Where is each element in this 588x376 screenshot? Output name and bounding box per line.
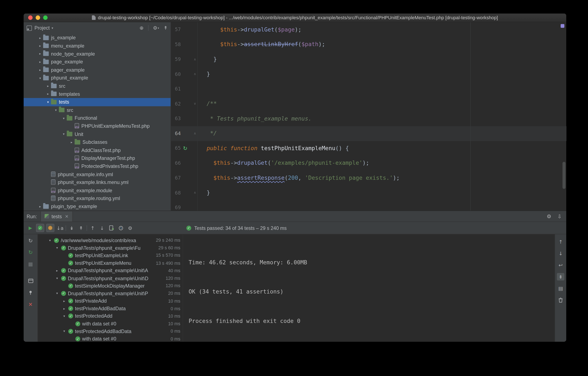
title-bar[interactable]: drupal-testing-workshop [~/Code/os/drupa… xyxy=(24,13,566,22)
project-tree-item[interactable]: ▸Subclasses xyxy=(24,138,171,146)
fold-marker[interactable]: ∧ xyxy=(194,191,196,195)
editor-line[interactable]: 68∧ } xyxy=(171,185,566,200)
scroll-to-end-icon[interactable]: ⇟ xyxy=(557,273,565,281)
chevron-right-icon[interactable]: ▸ xyxy=(38,52,43,56)
chevron-down-icon[interactable]: ▾ xyxy=(49,239,54,242)
chevron-down-icon[interactable]: ▾ xyxy=(56,246,61,250)
inspections-indicator[interactable] xyxy=(561,24,564,28)
restore-layout-icon[interactable] xyxy=(27,277,34,284)
fold-marker[interactable]: ∧ xyxy=(194,132,196,135)
next-failed-test-icon[interactable]: ↓ xyxy=(98,224,106,232)
test-tree-row[interactable]: ✓testPhpUnitExampleLink15 s 570 ms xyxy=(38,252,182,259)
editor-line[interactable]: 67 $this->assertResponse(200, 'Descripti… xyxy=(171,170,566,185)
project-tree-item[interactable]: ▸page_example xyxy=(24,58,171,66)
show-passed-toggle[interactable]: ✓ xyxy=(36,224,44,232)
chevron-right-icon[interactable]: ▸ xyxy=(56,269,61,273)
chevron-right-icon[interactable]: ▸ xyxy=(38,44,43,48)
import-test-results-icon[interactable] xyxy=(108,224,115,232)
pin-icon[interactable] xyxy=(27,289,34,296)
test-tree-row[interactable]: ✓with data set #010 ms xyxy=(38,320,182,328)
test-tree-row[interactable]: ▾✓Drupal\Tests\phpunit_example\Unit\P20 … xyxy=(38,289,182,297)
rerun-tests-button[interactable]: ▶ xyxy=(27,224,34,232)
editor-line[interactable]: 62∨ /** xyxy=(171,96,566,111)
project-tree-item[interactable]: ▾tests xyxy=(24,98,171,106)
locate-file-icon[interactable]: ⊕ xyxy=(140,25,144,31)
project-tree-item[interactable]: ▾src xyxy=(24,106,171,114)
settings-gear-icon[interactable]: ⚙ xyxy=(546,213,551,219)
expand-all-icon[interactable]: ↡ xyxy=(68,224,75,232)
editor-line[interactable]: 60∧ } xyxy=(171,66,566,81)
chevron-right-icon[interactable]: ▸ xyxy=(38,36,43,40)
test-tree-row[interactable]: ▸✓Drupal\Tests\phpunit_example\Unit\A40 … xyxy=(38,267,182,275)
editor-line[interactable]: 59∧ } xyxy=(171,52,566,66)
run-test-gutter-icon[interactable]: ↻ xyxy=(183,145,187,151)
project-tree-item[interactable]: ▸plugin_type_example xyxy=(24,202,171,210)
project-tree-item[interactable]: ▾phpunit_example xyxy=(24,74,171,82)
project-tree-item[interactable]: ▸menu_example xyxy=(24,42,171,50)
minimize-window-button[interactable] xyxy=(36,15,40,20)
collapse-all-icon[interactable]: ↟ xyxy=(163,25,168,31)
editor[interactable]: 57 $this->drupalGet($page);58 $this->ass… xyxy=(171,22,566,211)
project-tree-item[interactable]: ▸js_example xyxy=(24,34,171,42)
chevron-down-icon[interactable]: ▾ xyxy=(53,108,59,112)
chevron-right-icon[interactable]: ▸ xyxy=(38,204,43,208)
chevron-right-icon[interactable]: ▸ xyxy=(38,68,43,72)
clear-console-icon[interactable] xyxy=(557,296,565,304)
collapse-all-icon[interactable]: ↟ xyxy=(77,224,85,232)
project-tree-item[interactable]: phpunit_example.routing.yml xyxy=(24,194,171,202)
editor-line[interactable]: 66 $this->drupalGet('/examples/phpunit-e… xyxy=(171,156,566,170)
editor-scrollbar-thumb[interactable] xyxy=(562,162,565,189)
project-tree-item[interactable]: ▸pager_example xyxy=(24,66,171,74)
test-tree-row[interactable]: ▾✓Drupal\Tests\phpunit_example\Fu29 s 60… xyxy=(38,244,182,252)
test-tree-row[interactable]: ▾✓testProtectedAdd10 ms xyxy=(38,312,182,320)
editor-line[interactable]: 63 * Tests phpunit_example menus. xyxy=(171,111,566,126)
test-history-icon[interactable] xyxy=(117,224,125,232)
project-tree-item[interactable]: phpAddClassTest.php xyxy=(24,146,171,154)
settings-gear-icon[interactable]: ⚙▾ xyxy=(153,25,159,31)
chevron-down-icon[interactable]: ▾ xyxy=(61,116,66,120)
project-tree-item[interactable]: phpphpunit_example.module xyxy=(24,186,171,194)
fold-marker[interactable]: ∧ xyxy=(194,57,196,61)
soft-wrap-icon[interactable]: ↩ xyxy=(557,261,565,269)
chevron-down-icon[interactable]: ▾ xyxy=(63,314,68,318)
test-tree-row[interactable]: ✓testSimpleMockDisplayManager120 ms xyxy=(38,282,182,290)
close-tab-icon[interactable]: × xyxy=(65,214,69,219)
editor-line[interactable]: 65↻ public function testPhpUnitExampleMe… xyxy=(171,141,566,156)
chevron-down-icon[interactable]: ▾ xyxy=(38,76,43,80)
project-tree-item[interactable]: ▸node_type_example xyxy=(24,50,171,58)
editor-line[interactable]: 58 $this->assertLinkByHref($path); xyxy=(171,37,566,52)
hide-panel-icon[interactable]: ⇩ xyxy=(557,213,562,219)
chevron-down-icon[interactable]: ▾ xyxy=(52,26,53,30)
project-tree[interactable]: ▸js_example▸menu_example▸node_type_examp… xyxy=(24,34,171,211)
chevron-down-icon[interactable]: ▾ xyxy=(56,292,61,295)
chevron-right-icon[interactable]: ▸ xyxy=(69,140,74,144)
console-output[interactable]: Time: 46.62 seconds, Memory: 6.00MBOK (3… xyxy=(183,234,555,342)
project-tree-item[interactable]: phpProtectedPrivatesTest.php xyxy=(24,162,171,170)
editor-line[interactable]: 57 $this->drupalGet($page); xyxy=(171,22,566,37)
chevron-right-icon[interactable]: ▸ xyxy=(45,84,51,88)
test-tree-row[interactable]: ▸✓testPrivateAddBadData0 ms xyxy=(38,305,182,312)
chevron-right-icon[interactable]: ▸ xyxy=(63,299,68,303)
zoom-window-button[interactable] xyxy=(43,15,48,20)
rerun-icon[interactable]: ↻ xyxy=(27,237,34,244)
previous-failed-test-icon[interactable]: ↑ xyxy=(89,224,96,232)
scroll-down-icon[interactable]: ↓ xyxy=(557,250,565,257)
test-tree[interactable]: ▾✓/var/www/web/modules/contrib/exa29 s 2… xyxy=(38,234,183,342)
close-icon[interactable]: × xyxy=(27,301,34,308)
stop-icon[interactable]: ■ xyxy=(27,261,34,267)
project-panel-title[interactable]: Project xyxy=(34,25,50,31)
chevron-right-icon[interactable]: ▸ xyxy=(63,307,68,310)
scroll-up-icon[interactable]: ↑ xyxy=(557,238,565,246)
editor-line[interactable]: 61 xyxy=(171,81,566,96)
test-tree-row[interactable]: ▾✓Drupal\Tests\phpunit_example\Unit\D120… xyxy=(38,275,182,282)
project-tree-item[interactable]: ▾Functional xyxy=(24,114,171,122)
test-tree-row[interactable]: ▾✓testProtectedAddBadData0 ms xyxy=(38,328,182,335)
chevron-down-icon[interactable]: ▾ xyxy=(63,330,68,333)
fold-marker[interactable]: ∨ xyxy=(194,102,196,106)
test-tree-row[interactable]: ✓with data set #00 ms xyxy=(38,335,182,342)
project-tree-item[interactable]: phpPHPUnitExampleMenuTest.php xyxy=(24,122,171,130)
project-tree-item[interactable]: phpunit_example.links.menu.yml xyxy=(24,178,171,186)
project-tree-item[interactable]: ▸templates xyxy=(24,90,171,98)
sort-alphabetically-icon[interactable]: ↓a xyxy=(56,224,64,232)
tab-tests[interactable]: tests × xyxy=(41,211,73,221)
